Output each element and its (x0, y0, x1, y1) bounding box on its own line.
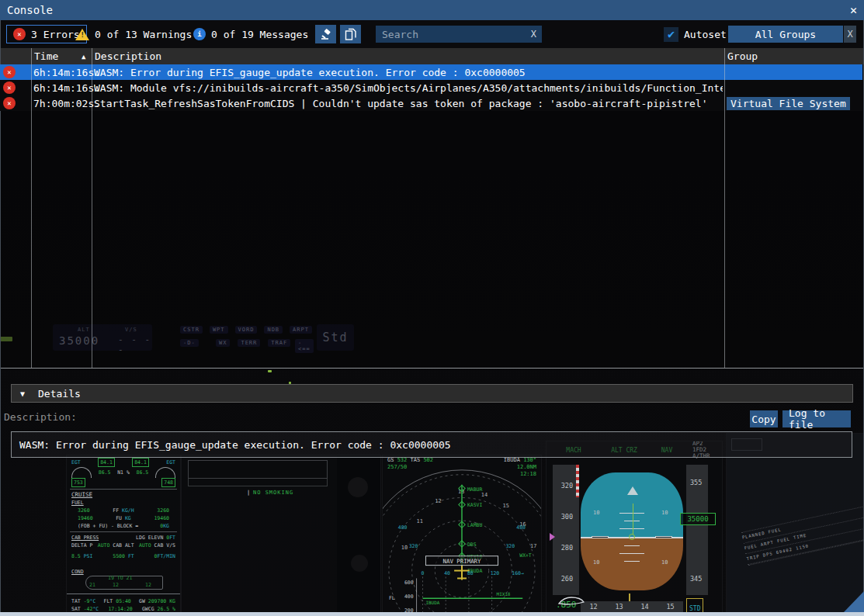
cas-display: | NO SMOKING (181, 455, 381, 616)
attitude-wing-left (592, 536, 609, 538)
fu-unit: KG (125, 515, 131, 521)
svg-text:MIX18: MIX18 (497, 591, 511, 597)
log-to-file-button[interactable]: Log to file (782, 410, 851, 427)
column-divider (31, 48, 32, 368)
egt-label-right: EGT (166, 459, 175, 466)
log-row-error-2[interactable]: ✕ 6h:14m:16s. WASM: Module vfs://inibuil… (0, 80, 862, 95)
error-icon: ✕ (3, 81, 16, 94)
search-input[interactable] (376, 29, 526, 40)
groups-dropdown-value: All Groups (755, 29, 816, 40)
error-icon: ✕ (13, 28, 26, 40)
warnings-filter-button[interactable]: ! 0 of 13 Warnings (75, 25, 192, 43)
cond-cabin-outline: 19 TO 21 21 12 12 (85, 576, 163, 590)
gw-value: 209700 KG (148, 598, 175, 604)
details-header[interactable]: ▼ Details (11, 384, 853, 403)
cab-vs-label: CAB V/S (154, 542, 175, 549)
cond-fwd-temp: 12 (113, 582, 119, 588)
panel-light (268, 370, 272, 372)
n2-left: 86.5 (99, 469, 111, 476)
heading-strip: 12131415 (581, 601, 683, 612)
pitch-10-up-right: 10 (661, 510, 668, 516)
fu-left: 19460 (78, 514, 93, 522)
row-group: Virtual File System (727, 98, 860, 109)
eraser-icon (320, 28, 332, 40)
pitch-10-down-right: 10 (661, 559, 668, 566)
groups-clear-button[interactable]: X (844, 26, 856, 43)
svg-text:11: 11 (417, 518, 423, 524)
altitude-tape: 355 345 (686, 465, 708, 595)
row-time: 6h:14m:16s. (33, 82, 100, 94)
log-row-error-1[interactable]: ✕ 6h:14m:16s. WASM: Error during EFIS_ga… (0, 64, 862, 80)
ff-left: 3260 (78, 507, 90, 514)
error-icon: ✕ (3, 66, 16, 78)
svg-text:14: 14 (481, 492, 488, 498)
messages-filter-button[interactable]: i 0 of 19 Messages (193, 25, 308, 43)
egt-gauge-right (155, 467, 175, 478)
cond-title: COND (71, 568, 84, 576)
clear-console-button[interactable] (315, 25, 336, 43)
fuel-title: FUEL (71, 499, 84, 507)
alt-tick: 355 (690, 479, 702, 486)
cab-alt-unit: FT (128, 553, 134, 559)
sort-ascending-icon[interactable]: ▲ (82, 53, 85, 61)
row-description: StartTask_RefreshSasTokenFromCIDS | Coul… (94, 98, 723, 109)
column-header-description[interactable]: Description (95, 50, 161, 62)
n1-axis-label: N1 % (117, 469, 130, 476)
speed-target-bug (550, 533, 555, 541)
toolbar: ✕ 3 Errors ! 0 of 13 Warnings i 0 of 19 … (1, 20, 863, 48)
ldg-elevn-label: LDG ELEVN (136, 535, 163, 541)
description-text: WASM: Error during EFIS_gauge_update exe… (19, 439, 451, 451)
ff-right: 3260 (157, 507, 169, 514)
cond-aft-temp: 12 (145, 582, 151, 588)
groups-dropdown[interactable]: All Groups (728, 26, 843, 43)
gw-label: GW (139, 598, 145, 604)
panel-knob (348, 477, 368, 497)
errors-filter-label: 3 Errors (31, 29, 80, 40)
tat-unit: °C (90, 598, 96, 604)
attitude-wing-right (655, 536, 672, 538)
autoset-label: Autoset (684, 29, 727, 40)
delta-p-label: DELTA P (71, 542, 92, 549)
search-clear-icon[interactable]: X (526, 29, 542, 40)
column-header-group[interactable]: Group (727, 50, 758, 62)
cab-alt-value: 5500 (113, 553, 125, 559)
svg-text:NAV PRIMARY: NAV PRIMARY (442, 558, 481, 565)
no-smoking-placard: NO SMOKING (253, 490, 293, 496)
close-icon[interactable]: ✕ (850, 3, 857, 17)
sat-label: SAT (71, 606, 81, 612)
fob-line: (FOB + FU) - BLOCK = (78, 522, 138, 530)
titlebar[interactable]: Console ✕ (0, 0, 864, 20)
log-row-error-3[interactable]: ✕ 7h:00m:02s. StartTask_RefreshSasTokenF… (0, 95, 862, 111)
flt-label: FLT (104, 598, 113, 604)
row-time: 7h:00m:02s. (33, 98, 100, 109)
n1-left: 84.1 (98, 458, 115, 467)
auto-2: AUTO (139, 542, 151, 549)
panel-knob (351, 555, 368, 572)
search-box[interactable]: X (376, 26, 542, 43)
heading-tick: 15 (666, 603, 674, 611)
autoset-toggle[interactable]: ✔ Autoset (664, 25, 727, 43)
copy-log-button[interactable] (340, 25, 361, 43)
svg-text:160→: 160→ (512, 570, 524, 576)
copy-button[interactable]: Copy (750, 410, 778, 427)
cond-range: 19 TO 21 (108, 575, 132, 581)
svg-text:17: 17 (530, 543, 536, 549)
svg-text:WX+T: WX+T (519, 552, 532, 559)
row-description: WASM: Module vfs://inibuilds-aircraft-a3… (94, 82, 723, 94)
fu-label: FU (116, 515, 122, 521)
collapse-icon[interactable]: ▼ (20, 389, 25, 398)
svg-text:120: 120 (491, 570, 500, 576)
ldg-elevn-unit: FT (169, 535, 175, 541)
altitude-readout: 35000 (680, 513, 716, 525)
description-text-box[interactable]: WASM: Error during EFIS_gauge_update exe… (11, 431, 852, 458)
table-header: Time ▲ Description Group (1, 48, 863, 64)
column-header-time[interactable]: Time (34, 50, 58, 62)
autoset-checkbox[interactable]: ✔ (664, 27, 678, 42)
nav-display: GS 532 TAS 502 257/50 IBUDA 130° 12.0NM … (382, 455, 542, 616)
ff-label: FF (113, 507, 119, 514)
delta-p-value: 8.5 (71, 553, 81, 559)
cab-vs-unit: FT/MIN (158, 553, 175, 559)
sat-unit: °C (92, 606, 99, 612)
group-badge[interactable]: Virtual File System (727, 97, 850, 110)
window-bottom-bar[interactable] (0, 612, 864, 616)
